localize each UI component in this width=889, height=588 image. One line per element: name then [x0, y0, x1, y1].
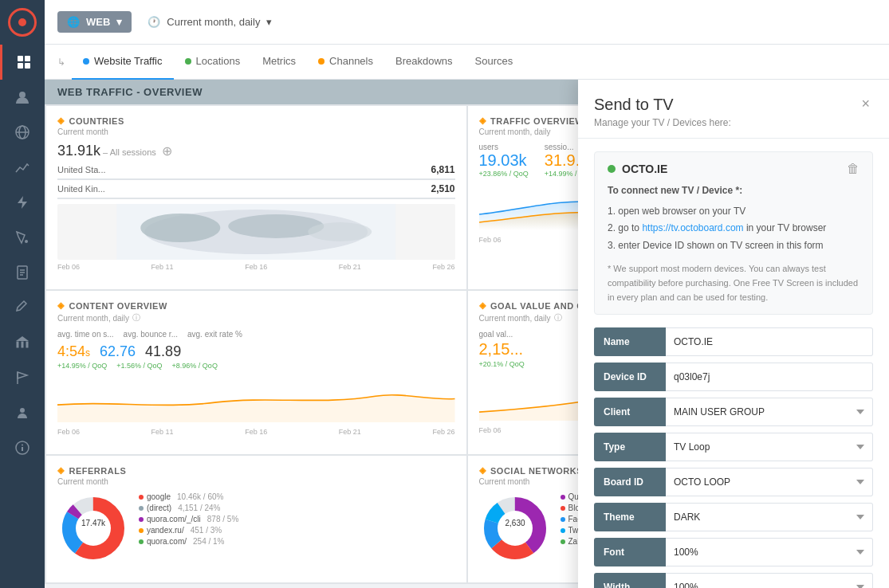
- sidebar-item-dashboard[interactable]: [0, 45, 45, 80]
- svg-point-40: [498, 511, 533, 546]
- svg-text:2,630: 2,630: [505, 519, 525, 527]
- tab-locations[interactable]: Locations: [174, 45, 252, 80]
- tab-metrics[interactable]: Metrics: [251, 45, 307, 80]
- tab-breakdowns[interactable]: Breakdowns: [384, 45, 464, 80]
- field-select-font[interactable]: 100% 120% 80%: [666, 538, 873, 566]
- sidebar-item-globe[interactable]: [0, 115, 45, 150]
- tab-label-locations: Locations: [196, 55, 241, 67]
- sidebar-item-lightning[interactable]: [0, 185, 45, 220]
- tab-label-channels: Channels: [329, 55, 373, 67]
- breadcrumb-icon: ↳: [57, 57, 65, 68]
- content-metrics-headers: avg. time on s...avg. bounce r...avg. ex…: [57, 330, 455, 339]
- sidebar-item-edit[interactable]: [0, 290, 45, 325]
- trend-icon-traffic: ◈: [479, 116, 486, 126]
- device-instructions: To connect new TV / Device *: 1. open we…: [608, 182, 859, 254]
- card-title-referrals: ◈ REFERRALS: [57, 465, 455, 476]
- tab-sources[interactable]: Sources: [464, 45, 525, 80]
- app-container: 🌐 WEB ▾ 🕐 Current month, daily ▾ ↳ Websi…: [0, 0, 889, 588]
- device-header: OCTO.IE 🗑: [608, 162, 859, 176]
- countries-row-1: United Sta... 6,811: [57, 164, 455, 175]
- content-area: WEB TRAFFIC - OVERVIEW ◈ COUNTRIES Curre…: [45, 80, 889, 588]
- countries-row-2: United Kin... 2,510: [57, 183, 455, 194]
- form-row-client: Client MAIN USER GROUP: [594, 398, 873, 426]
- svg-rect-3: [25, 63, 30, 69]
- web-selector[interactable]: 🌐 WEB ▾: [57, 11, 132, 33]
- globe-icon: 🌐: [67, 16, 80, 28]
- svg-point-9: [25, 240, 28, 243]
- nav-tabs: ↳ Website Traffic Locations Metrics Chan…: [45, 45, 889, 80]
- sidebar-item-bank[interactable]: [0, 325, 45, 360]
- svg-rect-15: [22, 342, 23, 347]
- svg-rect-2: [18, 63, 23, 69]
- panel-close-x-button[interactable]: ×: [858, 96, 873, 112]
- date-selector[interactable]: 🕐 Current month, daily ▾: [141, 11, 278, 33]
- field-select-board-id[interactable]: OCTO LOOP: [666, 468, 873, 496]
- tab-dot-channels: [318, 58, 325, 65]
- svg-point-33: [76, 511, 111, 546]
- sidebar-item-paint[interactable]: [0, 220, 45, 255]
- panel-title: Send to TV: [594, 96, 731, 114]
- field-select-width[interactable]: 100% 80% 60%: [666, 573, 873, 588]
- delete-device-button[interactable]: 🗑: [847, 162, 859, 176]
- sidebar-item-info[interactable]: [0, 430, 45, 465]
- form-row-name: Name: [594, 327, 873, 356]
- field-select-type[interactable]: TV Loop: [666, 433, 873, 461]
- countries-stat: 31.91k – All sessions ⊕: [57, 143, 455, 159]
- content-chart: [57, 374, 455, 422]
- chevron-down-icon: ▾: [116, 16, 122, 28]
- tab-label-metrics: Metrics: [262, 55, 296, 67]
- field-label-device-id: Device ID: [594, 363, 666, 391]
- chevron-down-icon: ▾: [266, 16, 272, 28]
- svg-rect-16: [26, 342, 28, 347]
- sidebar-item-chart[interactable]: [0, 150, 45, 185]
- svg-text:17.47k: 17.47k: [81, 519, 106, 527]
- field-label-type: Type: [594, 433, 666, 461]
- card-subtitle-content: Current month, daily ⓘ: [57, 312, 455, 323]
- trend-icon-social: ◈: [479, 465, 486, 476]
- logo-dot: [18, 18, 26, 26]
- send-to-tv-panel: Send to TV Manage your TV / Devices here…: [578, 80, 889, 588]
- svg-point-26: [140, 214, 220, 242]
- svg-marker-8: [18, 196, 27, 209]
- sidebar-item-users[interactable]: [0, 80, 45, 115]
- countries-dates: Feb 06Feb 11Feb 16Feb 21Feb 26: [57, 263, 455, 271]
- content-metrics-changes: +14.95% / QoQ+1.56% / QoQ+8.96% / QoQ: [57, 362, 455, 370]
- form-row-theme: Theme DARK LIGHT: [594, 503, 873, 531]
- panel-subtitle: Manage your TV / Devices here:: [594, 117, 731, 128]
- sidebar-item-person[interactable]: [0, 395, 45, 430]
- tab-channels[interactable]: Channels: [307, 45, 384, 80]
- card-referrals: ◈ REFERRALS Current month: [46, 456, 466, 582]
- sidebar-logo[interactable]: [0, 0, 45, 45]
- device-status-dot: [608, 165, 616, 173]
- tab-label-website-traffic: Website Traffic: [94, 55, 163, 67]
- clock-icon: 🕐: [148, 16, 160, 28]
- octoboard-link[interactable]: https://tv.octoboard.com: [642, 222, 743, 233]
- field-select-theme[interactable]: DARK LIGHT: [666, 503, 873, 531]
- tab-dot-locations: [185, 58, 191, 65]
- svg-rect-1: [25, 56, 30, 61]
- logo-circle: [8, 8, 37, 37]
- device-card: OCTO.IE 🗑 To connect new TV / Device *: …: [594, 151, 873, 315]
- tab-label-breakdowns: Breakdowns: [395, 55, 453, 67]
- field-input-name[interactable]: [666, 327, 873, 356]
- svg-point-28: [308, 222, 372, 241]
- card-subtitle-countries: Current month: [57, 127, 455, 136]
- tab-website-traffic[interactable]: Website Traffic: [72, 45, 174, 80]
- sidebar-item-flag[interactable]: [0, 360, 45, 395]
- card-subtitle-referrals: Current month: [57, 477, 455, 486]
- svg-marker-17: [16, 336, 29, 341]
- field-label-client: Client: [594, 398, 666, 426]
- field-select-client[interactable]: MAIN USER GROUP: [666, 398, 873, 426]
- tab-dot-website-traffic: [83, 58, 89, 65]
- svg-rect-14: [17, 342, 18, 347]
- sidebar-item-document[interactable]: [0, 255, 45, 290]
- field-input-device-id[interactable]: [666, 363, 873, 391]
- svg-point-23: [22, 445, 23, 446]
- referrals-legend: google 10.46k / 60% (direct) 4,151 / 24%…: [139, 492, 238, 564]
- trend-icon-content: ◈: [57, 300, 65, 311]
- sidebar: [0, 0, 45, 588]
- trend-icon: ◈: [57, 116, 65, 126]
- card-title-content: ◈ CONTENT OVERVIEW: [57, 300, 455, 311]
- trend-icon-referrals: ◈: [57, 465, 65, 476]
- panel-header: Send to TV Manage your TV / Devices here…: [578, 80, 889, 139]
